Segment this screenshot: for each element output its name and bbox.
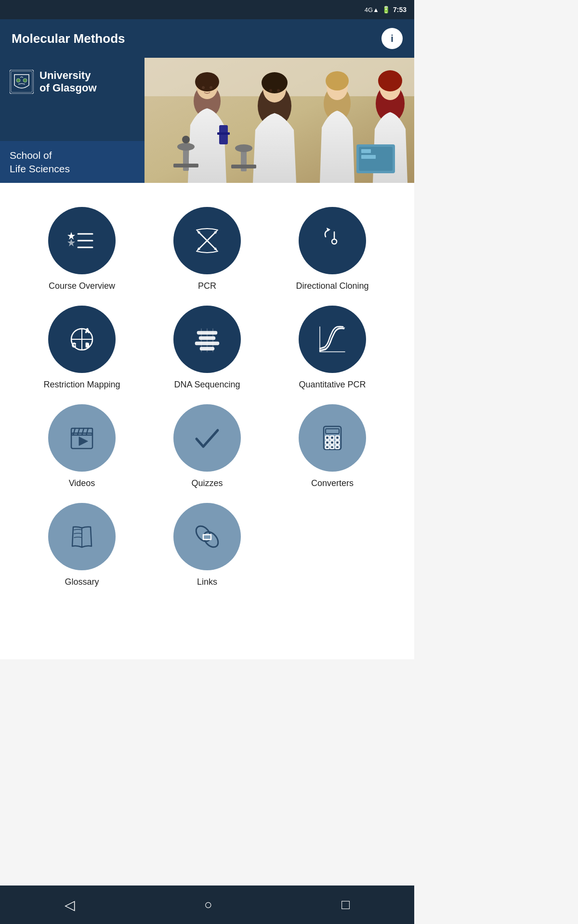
course-overview-label: Course Overview bbox=[49, 281, 115, 291]
qpcr-label: Quantitative PCR bbox=[299, 380, 366, 390]
svg-point-49 bbox=[332, 239, 337, 244]
menu-item-course-overview[interactable]: Course Overview bbox=[24, 207, 140, 291]
university-logo-area: Universityof Glasgow bbox=[10, 69, 135, 95]
menu-grid: Course Overview bbox=[14, 192, 400, 602]
svg-line-71 bbox=[82, 428, 84, 435]
svg-text:B: B bbox=[86, 343, 89, 348]
menu-item-videos[interactable]: Videos bbox=[24, 404, 140, 488]
links-icon-circle bbox=[173, 503, 241, 570]
svg-rect-78 bbox=[336, 436, 339, 439]
svg-rect-77 bbox=[330, 436, 334, 439]
svg-point-15 bbox=[277, 89, 280, 92]
menu-item-links[interactable]: Links bbox=[149, 503, 265, 587]
home-button[interactable]: ○ bbox=[204, 897, 212, 912]
svg-point-3 bbox=[23, 78, 27, 82]
school-banner: School ofLife Sciences bbox=[0, 141, 144, 183]
lab-photo bbox=[144, 58, 414, 183]
links-label: Links bbox=[197, 577, 217, 587]
svg-point-27 bbox=[235, 144, 252, 152]
quizzes-icon-circle bbox=[173, 404, 241, 472]
battery-icon: 🔋 bbox=[382, 6, 390, 13]
svg-point-23 bbox=[177, 143, 195, 151]
status-bar: 4G▲ 🔋 7:53 bbox=[0, 0, 414, 19]
cloning-icon-circle bbox=[299, 207, 366, 274]
university-name: Universityof Glasgow bbox=[39, 69, 97, 95]
svg-line-42 bbox=[207, 233, 215, 241]
svg-rect-83 bbox=[330, 446, 334, 449]
svg-point-14 bbox=[269, 89, 272, 92]
menu-item-glossary[interactable]: Glossary bbox=[24, 503, 140, 587]
book-icon bbox=[65, 519, 99, 554]
qpcr-icon bbox=[315, 322, 350, 357]
pcr-icon-circle bbox=[173, 207, 241, 274]
clapperboard-icon bbox=[65, 421, 99, 455]
bottom-navigation: ◁ ○ □ bbox=[0, 886, 414, 924]
back-button[interactable]: ◁ bbox=[65, 897, 75, 913]
svg-line-40 bbox=[199, 233, 207, 241]
svg-rect-28 bbox=[231, 165, 256, 168]
svg-point-13 bbox=[262, 72, 288, 93]
svg-rect-34 bbox=[217, 132, 230, 135]
svg-rect-31 bbox=[361, 149, 371, 153]
course-overview-icon-circle bbox=[48, 207, 116, 274]
main-content: Course Overview bbox=[0, 183, 414, 659]
pcr-icon bbox=[190, 223, 224, 258]
svg-point-18 bbox=[326, 71, 349, 90]
svg-point-2 bbox=[16, 78, 20, 82]
list-stars-icon bbox=[65, 223, 99, 258]
menu-item-quizzes[interactable]: Quizzes bbox=[149, 404, 265, 488]
svg-rect-82 bbox=[326, 446, 329, 449]
svg-rect-79 bbox=[326, 441, 329, 444]
menu-item-directional-cloning[interactable]: Directional Cloning bbox=[275, 207, 390, 291]
videos-label: Videos bbox=[69, 478, 95, 488]
menu-item-dna-sequencing[interactable]: DNA Sequencing bbox=[149, 306, 265, 390]
svg-point-86 bbox=[193, 523, 213, 544]
svg-point-21 bbox=[378, 70, 402, 91]
glossary-icon-circle bbox=[48, 503, 116, 570]
links-icon bbox=[190, 519, 224, 554]
svg-rect-24 bbox=[173, 164, 198, 167]
pcr-label: PCR bbox=[198, 281, 216, 291]
svg-marker-39 bbox=[67, 239, 75, 246]
svg-text:C: C bbox=[72, 343, 76, 348]
info-button[interactable]: i bbox=[381, 28, 403, 49]
menu-item-pcr[interactable]: PCR bbox=[149, 207, 265, 291]
network-icon: 4G▲ bbox=[365, 6, 379, 13]
header-area: Universityof Glasgow School ofLife Scien… bbox=[0, 58, 414, 183]
svg-rect-0 bbox=[10, 70, 34, 94]
svg-rect-80 bbox=[330, 441, 334, 444]
university-crest bbox=[10, 70, 34, 94]
svg-line-69 bbox=[73, 428, 75, 435]
status-icons: 4G▲ 🔋 7:53 bbox=[365, 6, 407, 13]
school-name: School ofLife Sciences bbox=[10, 149, 135, 175]
cloning-icon bbox=[315, 223, 350, 258]
svg-line-46 bbox=[207, 241, 215, 248]
qpcr-icon-circle bbox=[299, 306, 366, 373]
svg-marker-73 bbox=[79, 437, 88, 446]
svg-rect-76 bbox=[326, 436, 329, 439]
checkmark-icon bbox=[190, 421, 224, 455]
menu-item-quantitative-pcr[interactable]: Quantitative PCR bbox=[275, 306, 390, 390]
menu-item-restriction-mapping[interactable]: A B C Restriction Mapping bbox=[24, 306, 140, 390]
svg-rect-88 bbox=[203, 535, 211, 539]
time-display: 7:53 bbox=[393, 6, 407, 13]
dna-label: DNA Sequencing bbox=[174, 380, 240, 390]
app-bar: Molecular Methods i bbox=[0, 19, 414, 58]
restriction-label: Restriction Mapping bbox=[43, 380, 120, 390]
converters-icon-circle bbox=[299, 404, 366, 472]
svg-marker-38 bbox=[67, 232, 75, 240]
svg-point-10 bbox=[210, 86, 212, 89]
restriction-icon: A B C bbox=[65, 322, 99, 357]
restriction-icon-circle: A B C bbox=[48, 306, 116, 373]
recent-button[interactable]: □ bbox=[342, 897, 350, 912]
menu-item-converters[interactable]: Converters bbox=[275, 404, 390, 488]
svg-point-8 bbox=[195, 72, 219, 91]
university-panel: Universityof Glasgow School ofLife Scien… bbox=[0, 58, 144, 183]
svg-rect-32 bbox=[361, 155, 376, 159]
svg-point-9 bbox=[202, 86, 205, 89]
svg-rect-81 bbox=[336, 441, 339, 444]
svg-line-72 bbox=[86, 428, 88, 435]
svg-point-25 bbox=[182, 136, 190, 143]
videos-icon-circle bbox=[48, 404, 116, 472]
lab-photo-svg bbox=[144, 58, 414, 183]
